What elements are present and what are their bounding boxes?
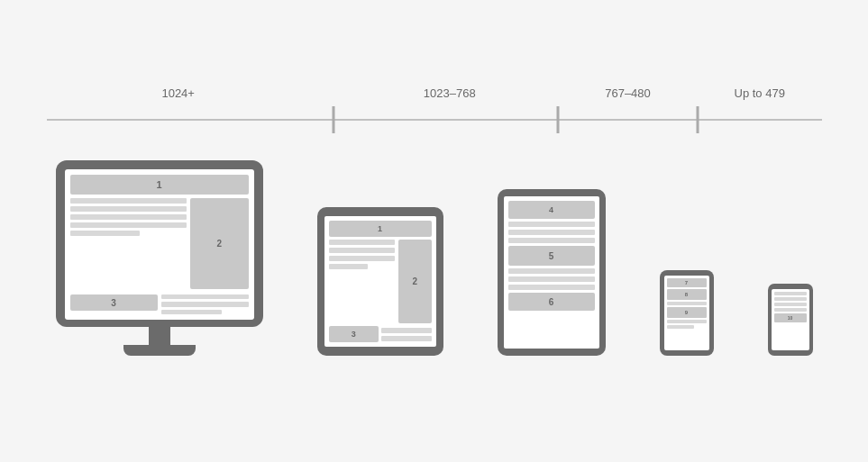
content-line <box>329 264 369 269</box>
devices-row: 1 2 <box>47 160 822 356</box>
content-line <box>667 325 695 329</box>
content-line <box>329 256 395 261</box>
desktop-stand-neck <box>149 327 170 345</box>
label-1024: 1024+ <box>161 86 195 100</box>
tablet-large-content-row: 2 <box>329 240 432 323</box>
desktop-block-2: 2 <box>190 198 249 289</box>
desktop-left-col <box>70 198 187 289</box>
tablet-medium-block-6: 6 <box>508 293 595 311</box>
desktop-stand-base <box>123 345 196 356</box>
desktop-content-row: 2 <box>70 198 249 289</box>
device-desktop: 1 2 <box>56 160 263 356</box>
device-tablet-medium: 4 5 6 <box>498 189 606 356</box>
tablet-medium-block-5: 5 <box>508 246 595 266</box>
content-line <box>70 206 187 212</box>
phone-small-block-10: 10 <box>774 313 807 322</box>
desktop-block-1: 1 <box>70 175 249 195</box>
tl-right-col: 2 <box>398 240 432 323</box>
content-line <box>508 268 595 274</box>
tablet-medium-screen: 4 5 6 <box>504 196 599 349</box>
content-line <box>508 276 595 282</box>
content-line <box>774 308 807 312</box>
tablet-large-frame: 1 2 3 <box>317 207 443 356</box>
content-line <box>329 240 395 245</box>
desktop-screen: 1 2 <box>65 169 254 320</box>
main-container: 1024+ 1023–768 767–480 Up to 479 1 <box>0 0 868 462</box>
device-phone-small: 10 <box>768 284 813 356</box>
device-tablet-large: 1 2 3 <box>317 207 443 356</box>
timeline-row: 1024+ 1023–768 767–480 Up to 479 <box>47 106 822 133</box>
content-line <box>667 320 707 323</box>
content-line <box>508 285 595 290</box>
content-line <box>161 310 223 314</box>
content-line <box>329 248 395 253</box>
phone-large-block-8: 8 <box>667 289 707 300</box>
content-line <box>70 214 187 220</box>
desktop-block-3: 3 <box>70 294 158 311</box>
content-line <box>70 222 187 228</box>
phone-large-frame: 7 8 9 <box>660 270 714 356</box>
content-line <box>381 328 432 333</box>
content-line <box>381 336 432 341</box>
content-line <box>161 294 249 299</box>
tablet-large-block-1: 1 <box>329 221 432 237</box>
desktop-footer-row: 3 <box>70 294 249 314</box>
phone-small-frame: 10 <box>768 284 813 356</box>
desktop-right-col: 2 <box>190 198 249 289</box>
tablet-large-screen: 1 2 3 <box>324 216 436 347</box>
content-line <box>667 302 707 305</box>
label-479: Up to 479 <box>735 86 785 100</box>
device-phone-large: 7 8 9 <box>660 270 714 356</box>
content-line <box>774 297 807 301</box>
content-line <box>774 303 807 306</box>
tl-left-col <box>329 240 395 323</box>
tablet-large-block-3: 3 <box>329 326 379 342</box>
content-line <box>70 198 187 204</box>
timeline-labels: 1024+ 1023–768 767–480 Up to 479 <box>47 106 822 133</box>
content-line <box>774 292 807 295</box>
tl-footer-row: 3 <box>329 326 432 342</box>
label-767: 767–480 <box>605 86 651 100</box>
content-line <box>508 238 595 243</box>
tablet-large-block-2: 2 <box>398 240 432 323</box>
phone-large-block-7: 7 <box>667 278 707 287</box>
label-1023: 1023–768 <box>424 86 476 100</box>
desktop-footer-lines <box>161 294 249 314</box>
content-line <box>508 222 595 227</box>
phone-large-block-9: 9 <box>667 307 707 318</box>
tablet-medium-frame: 4 5 6 <box>498 189 606 356</box>
content-line <box>70 231 141 236</box>
content-line <box>508 230 595 235</box>
phone-small-screen: 10 <box>772 289 809 350</box>
desktop-monitor: 1 2 <box>56 160 263 327</box>
tl-footer-lines <box>381 326 432 342</box>
tablet-medium-block-4: 4 <box>508 201 595 219</box>
phone-large-screen: 7 8 9 <box>664 276 709 350</box>
content-line <box>161 302 249 306</box>
